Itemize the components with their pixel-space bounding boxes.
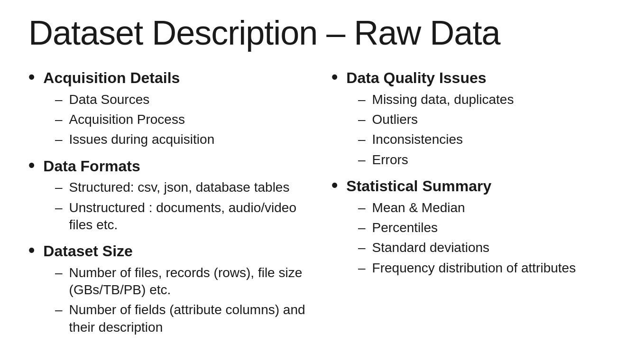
data-quality-label: Data Quality Issues xyxy=(346,69,486,87)
dash-icon: – xyxy=(358,219,366,236)
acquisition-process-text: Acquisition Process xyxy=(69,111,185,128)
percentiles-text: Percentiles xyxy=(372,219,438,236)
dash-icon: – xyxy=(55,199,63,216)
number-of-fields-text: Number of fields (attribute columns) and… xyxy=(69,301,313,336)
list-item: – Percentiles xyxy=(358,219,616,236)
dash-icon: – xyxy=(55,111,63,128)
dash-icon: – xyxy=(55,179,63,196)
missing-data-text: Missing data, duplicates xyxy=(372,91,514,108)
dash-icon: – xyxy=(358,260,366,277)
inconsistencies-text: Inconsistencies xyxy=(372,131,463,148)
list-item: – Errors xyxy=(358,151,616,168)
list-item: – Data Sources xyxy=(55,91,313,108)
page-title: Dataset Description – Raw Data xyxy=(28,14,616,52)
acquisition-sub-items: – Data Sources – Acquisition Process – I… xyxy=(55,91,313,149)
statistical-summary-label: Statistical Summary xyxy=(346,177,491,195)
section-dataset-size: • Dataset Size – Number of files, record… xyxy=(28,242,313,336)
list-item: – Standard deviations xyxy=(358,239,616,256)
list-item: – Structured: csv, json, database tables xyxy=(55,179,313,196)
bullet-dot: • xyxy=(28,156,35,174)
content-area: • Acquisition Details – Data Sources – A… xyxy=(28,69,616,345)
list-item: – Missing data, duplicates xyxy=(358,91,616,108)
acquisition-details-label: Acquisition Details xyxy=(43,69,180,87)
main-bullet-formats: • Data Formats xyxy=(28,157,313,175)
outliers-text: Outliers xyxy=(372,111,418,128)
dataset-size-label: Dataset Size xyxy=(43,242,133,260)
list-item: – Acquisition Process xyxy=(55,111,313,128)
bullet-dot: • xyxy=(331,176,338,194)
list-item: – Outliers xyxy=(358,111,616,128)
dash-icon: – xyxy=(55,264,63,281)
errors-text: Errors xyxy=(372,151,408,168)
list-item: – Mean & Median xyxy=(358,199,616,216)
section-statistical-summary: • Statistical Summary – Mean & Median – … xyxy=(331,177,616,277)
data-formats-label: Data Formats xyxy=(43,157,140,175)
list-item: – Inconsistencies xyxy=(358,131,616,148)
list-item: – Number of fields (attribute columns) a… xyxy=(55,301,313,336)
quality-sub-items: – Missing data, duplicates – Outliers – … xyxy=(358,91,616,169)
dash-icon: – xyxy=(358,91,366,108)
bullet-dot: • xyxy=(28,241,35,259)
main-bullet-quality: • Data Quality Issues xyxy=(331,69,616,87)
list-item: – Frequency distribution of attributes xyxy=(358,260,616,277)
issues-during-text: Issues during acquisition xyxy=(69,131,215,148)
formats-sub-items: – Structured: csv, json, database tables… xyxy=(55,179,313,233)
mean-median-text: Mean & Median xyxy=(372,199,465,216)
left-column: • Acquisition Details – Data Sources – A… xyxy=(28,69,331,345)
dash-icon: – xyxy=(55,301,63,318)
main-bullet-size: • Dataset Size xyxy=(28,242,313,260)
main-bullet-stats: • Statistical Summary xyxy=(331,177,616,195)
list-item: – Unstructured : documents, audio/video … xyxy=(55,199,313,234)
dash-icon: – xyxy=(358,151,366,168)
dash-icon: – xyxy=(358,199,366,216)
dash-icon: – xyxy=(55,91,63,108)
section-data-formats: • Data Formats – Structured: csv, json, … xyxy=(28,157,313,234)
section-data-quality: • Data Quality Issues – Missing data, du… xyxy=(331,69,616,168)
size-sub-items: – Number of files, records (rows), file … xyxy=(55,264,313,336)
stats-sub-items: – Mean & Median – Percentiles – Standard… xyxy=(358,199,616,277)
dash-icon: – xyxy=(55,131,63,148)
data-sources-text: Data Sources xyxy=(69,91,150,108)
main-bullet-acquisition: • Acquisition Details xyxy=(28,69,313,87)
dash-icon: – xyxy=(358,239,366,256)
dash-icon: – xyxy=(358,111,366,128)
unstructured-text: Unstructured : documents, audio/video fi… xyxy=(69,199,313,234)
dash-icon: – xyxy=(358,131,366,148)
frequency-distribution-text: Frequency distribution of attributes xyxy=(372,260,576,277)
section-acquisition-details: • Acquisition Details – Data Sources – A… xyxy=(28,69,313,149)
list-item: – Issues during acquisition xyxy=(55,131,313,148)
structured-text: Structured: csv, json, database tables xyxy=(69,179,290,196)
standard-deviations-text: Standard deviations xyxy=(372,239,490,256)
number-of-files-text: Number of files, records (rows), file si… xyxy=(69,264,313,299)
right-column: • Data Quality Issues – Missing data, du… xyxy=(331,69,616,285)
list-item: – Number of files, records (rows), file … xyxy=(55,264,313,299)
bullet-dot: • xyxy=(331,68,338,86)
bullet-dot: • xyxy=(28,68,35,86)
